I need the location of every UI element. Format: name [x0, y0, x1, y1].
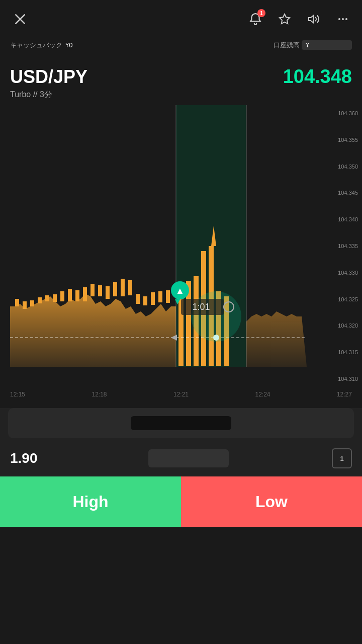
- price-label-310: 104.310: [326, 376, 358, 382]
- price-label-360: 104.360: [326, 110, 358, 116]
- price-label-315: 104.315: [326, 349, 358, 355]
- low-button[interactable]: Low: [181, 476, 362, 527]
- pair-row: USD/JPY 104.348: [10, 66, 352, 88]
- svg-rect-11: [30, 300, 34, 306]
- svg-rect-15: [60, 291, 64, 301]
- svg-rect-9: [15, 299, 19, 306]
- account-balance-value: ¥: [302, 40, 352, 50]
- svg-rect-17: [75, 290, 79, 301]
- pair-separator: //: [33, 90, 40, 99]
- trade-count-label: 1: [340, 455, 343, 462]
- svg-rect-21: [106, 286, 110, 299]
- notification-button[interactable]: 1: [246, 10, 264, 28]
- top-bar-left: [10, 9, 30, 29]
- action-buttons: High Low: [0, 476, 362, 527]
- price-label-330: 104.330: [326, 270, 358, 276]
- svg-rect-16: [68, 289, 72, 301]
- close-button[interactable]: [10, 9, 30, 29]
- svg-rect-22: [113, 282, 117, 296]
- more-button[interactable]: [334, 10, 352, 28]
- svg-rect-26: [143, 296, 147, 305]
- price-label-350: 104.350: [326, 164, 358, 170]
- svg-rect-29: [166, 290, 170, 303]
- svg-rect-25: [136, 294, 140, 304]
- blurred-amount-input[interactable]: [148, 449, 229, 467]
- bottom-panel: 1.90 1: [0, 408, 362, 476]
- svg-rect-27: [151, 292, 155, 305]
- svg-point-4: [338, 18, 340, 20]
- price-label-340: 104.340: [326, 216, 358, 222]
- high-button[interactable]: High: [0, 476, 181, 527]
- pair-meta: Turbo // 3分: [10, 90, 352, 100]
- svg-rect-23: [121, 279, 125, 296]
- svg-point-6: [345, 18, 347, 20]
- svg-rect-12: [38, 297, 42, 303]
- volume-button[interactable]: [305, 10, 323, 28]
- time-1221: 12:21: [173, 391, 189, 398]
- time-1224: 12:24: [255, 391, 270, 398]
- svg-rect-18: [83, 287, 87, 301]
- time-1218: 12:18: [92, 391, 107, 398]
- svg-text:1:01: 1:01: [192, 302, 210, 312]
- chart-area: 1:01 ▲ 104.360 104.355 104.350 104.345 1…: [0, 105, 362, 387]
- trade-duration: 3分: [40, 90, 52, 99]
- cashback-value: ¥0: [65, 41, 72, 49]
- trade-count-button[interactable]: 1: [332, 448, 352, 468]
- time-1227: 12:27: [337, 391, 352, 398]
- price-label-345: 104.345: [326, 190, 358, 196]
- svg-rect-13: [45, 295, 49, 301]
- pair-header: USD/JPY 104.348 Turbo // 3分: [0, 56, 362, 105]
- svg-rect-28: [158, 291, 162, 302]
- top-bar-right: 1: [246, 10, 352, 28]
- svg-marker-2: [280, 14, 290, 24]
- price-label-335: 104.335: [326, 243, 358, 249]
- svg-rect-20: [98, 285, 102, 296]
- account-balance-label: 口座残高: [274, 41, 300, 50]
- svg-text:▲: ▲: [175, 286, 185, 296]
- favorite-button[interactable]: [276, 10, 294, 28]
- price-label-320: 104.320: [326, 323, 358, 329]
- pair-name: USD/JPY: [10, 66, 87, 88]
- svg-rect-14: [53, 294, 57, 302]
- time-labels: 12:15 12:18 12:21 12:24 12:27: [0, 387, 362, 402]
- cashback-bar: キャッシュバック ¥0 口座残高 ¥: [0, 36, 362, 56]
- svg-rect-10: [23, 301, 27, 309]
- price-label-325: 104.325: [326, 296, 358, 302]
- notification-badge: 1: [257, 9, 265, 17]
- svg-rect-19: [90, 284, 95, 296]
- svg-marker-3: [309, 16, 313, 23]
- price-label-355: 104.355: [326, 137, 358, 143]
- time-1215: 12:15: [10, 391, 25, 398]
- blurred-input-area[interactable]: [8, 408, 354, 438]
- top-bar: 1: [0, 0, 362, 36]
- cashback-label: キャッシュバック: [10, 41, 62, 50]
- pair-price: 104.348: [283, 66, 352, 88]
- price-labels: 104.360 104.355 104.350 104.345 104.340 …: [322, 105, 362, 387]
- svg-point-5: [342, 18, 344, 20]
- blurred-amount-display: [131, 416, 231, 430]
- controls-row: 1.90 1: [0, 444, 362, 476]
- trade-type: Turbo: [10, 90, 31, 99]
- multiplier-value: 1.90: [10, 450, 38, 466]
- svg-rect-24: [128, 280, 132, 295]
- chart-svg: 1:01 ▲: [0, 105, 362, 387]
